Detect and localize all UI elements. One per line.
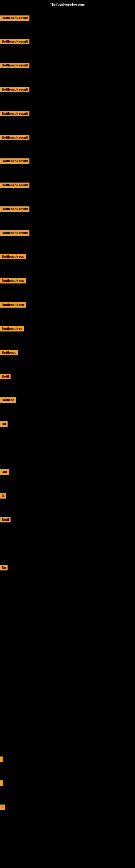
bottleneck-result-badge: Bottlenec (0, 350, 18, 355)
bottleneck-result-badge: Bottleneck result (0, 158, 30, 164)
bottleneck-result-badge: Bottleneck result (0, 63, 30, 68)
bottleneck-result-badge: Bottleneck res (0, 302, 26, 308)
bottleneck-result-badge: Bottleneck result (0, 183, 30, 188)
bottleneck-result-badge: Bottleneck result (0, 207, 30, 212)
bottleneck-result-badge: Bottlene (0, 397, 16, 403)
bottleneck-result-badge: Bottl (0, 374, 10, 379)
bottleneck-result-badge: Bottleneck result (0, 135, 30, 140)
bottleneck-result-badge: | (0, 780, 3, 786)
bottleneck-result-badge: E (0, 805, 5, 810)
bottleneck-result-badge: Bot (0, 469, 9, 475)
bottleneck-result-badge: Bo (0, 565, 8, 570)
bottleneck-result-badge: Bottleneck res (0, 254, 26, 259)
bottleneck-result-badge: Bottleneck result (0, 16, 30, 21)
bottleneck-result-badge: Bottleneck res (0, 278, 26, 283)
bottleneck-result-badge: Bo (0, 421, 8, 427)
bottleneck-result-badge: | (0, 756, 3, 762)
bottleneck-result-badge: Bottleneck re (0, 326, 24, 332)
bottleneck-result-badge: Bottleneck result (0, 230, 30, 236)
site-title: TheBottlenecker.com (0, 1, 135, 9)
bottleneck-result-badge: Bottleneck result (0, 39, 30, 44)
bottleneck-result-badge: Bottleneck result (0, 111, 30, 116)
bottleneck-result-badge: Bottleneck result (0, 87, 30, 92)
bottleneck-result-badge: Bottl (0, 517, 10, 522)
bottleneck-result-badge: B (0, 493, 6, 499)
